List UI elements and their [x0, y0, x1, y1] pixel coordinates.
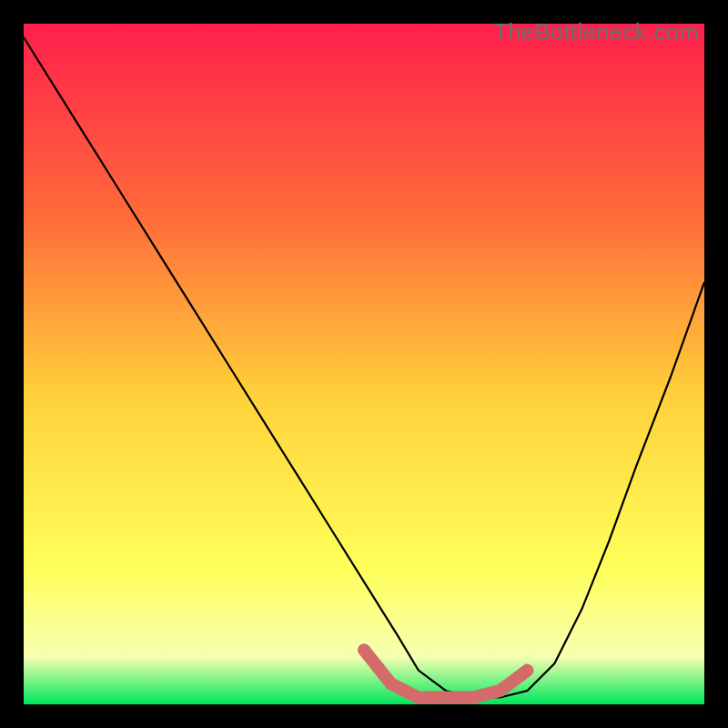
plot-area — [24, 24, 704, 704]
chart-svg — [24, 24, 704, 704]
chart-frame: TheBottleneck.com — [11, 11, 717, 717]
gradient-background — [24, 24, 704, 704]
watermark-text: TheBottleneck.com — [493, 18, 699, 46]
